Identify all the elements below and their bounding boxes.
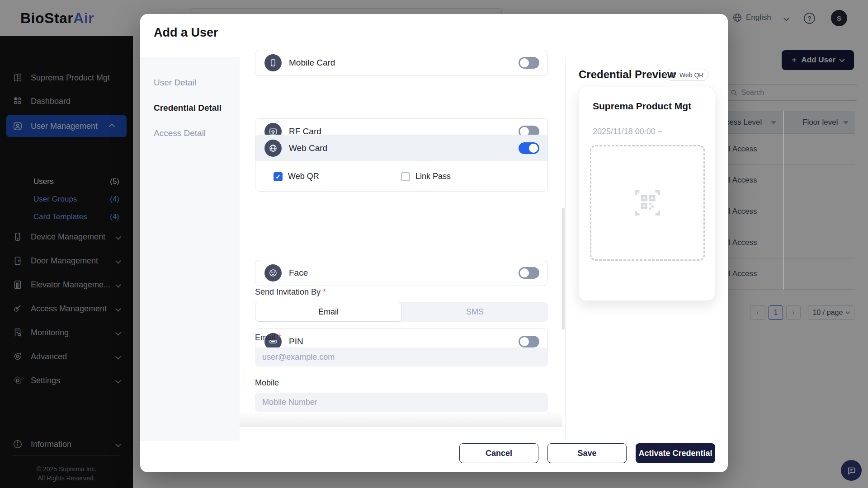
preview-validity: 2025/11/18 00:00 ~: [593, 127, 662, 136]
activate-credential-button[interactable]: Activate Credential: [636, 443, 715, 463]
modal-title: Add a User: [154, 26, 218, 40]
credential-preview-title: Credential Preview: [579, 68, 676, 81]
panel-divider: [565, 57, 566, 441]
save-button[interactable]: Save: [547, 443, 627, 463]
invitation-email-tab[interactable]: Email: [255, 302, 402, 322]
face-toggle[interactable]: [519, 267, 539, 279]
content-fade: [240, 412, 562, 427]
tab-credential-detail[interactable]: Credential Detail: [154, 103, 222, 113]
preview-org-name: Suprema Product Mgt: [593, 101, 691, 112]
cancel-button[interactable]: Cancel: [459, 443, 538, 463]
qr-placeholder-icon: [628, 184, 666, 222]
qr-placeholder: [590, 145, 705, 261]
mobile-card-icon: [264, 54, 282, 71]
check-icon: ✓: [275, 173, 281, 180]
modal-scrollbar[interactable]: [562, 208, 565, 330]
mobile-field[interactable]: [255, 393, 548, 412]
web-card-toggle[interactable]: [519, 142, 539, 154]
credential-row-face: Face: [255, 260, 548, 286]
face-icon: [264, 264, 282, 282]
table-column-divider: [783, 111, 783, 290]
modal-side-nav: User Detail Credential Detail Access Det…: [140, 57, 240, 441]
chat-icon: [846, 465, 856, 475]
invitation-sms-tab[interactable]: SMS: [402, 302, 548, 322]
email-label: Email *: [255, 333, 281, 343]
chat-fab[interactable]: [841, 460, 862, 481]
qr-icon: [670, 72, 677, 78]
pin-toggle[interactable]: [519, 336, 539, 347]
required-asterisk: *: [323, 287, 326, 296]
screen: BioStarAir English ? S Suprema Product M…: [0, 0, 868, 488]
credential-group-web-card: Web Card ✓ Web QR Link Pass: [255, 135, 548, 192]
web-qr-badge: Web QR: [665, 69, 708, 81]
send-invitation-label: Send Invitation By *: [255, 287, 326, 297]
mobile-card-toggle[interactable]: [519, 57, 539, 69]
credential-row-mobile-card: Mobile Card: [255, 50, 548, 76]
tab-access-detail[interactable]: Access Detail: [154, 128, 206, 138]
required-asterisk: *: [278, 333, 281, 342]
invitation-segmented-control: Email SMS: [255, 302, 548, 322]
mobile-label: Mobile: [255, 378, 279, 388]
credential-row-web-card: Web Card: [255, 135, 547, 161]
tab-user-detail[interactable]: User Detail: [154, 78, 196, 88]
add-user-modal: Add a User User Detail Credential Detail…: [140, 14, 728, 472]
web-card-options: ✓ Web QR Link Pass: [255, 161, 547, 192]
email-field[interactable]: [255, 347, 548, 366]
web-qr-checkbox[interactable]: ✓: [274, 172, 283, 181]
credential-preview-card: Suprema Product Mgt 2025/11/18 00:00 ~: [579, 87, 715, 301]
link-pass-checkbox[interactable]: [401, 172, 410, 181]
web-card-icon: [264, 140, 282, 157]
